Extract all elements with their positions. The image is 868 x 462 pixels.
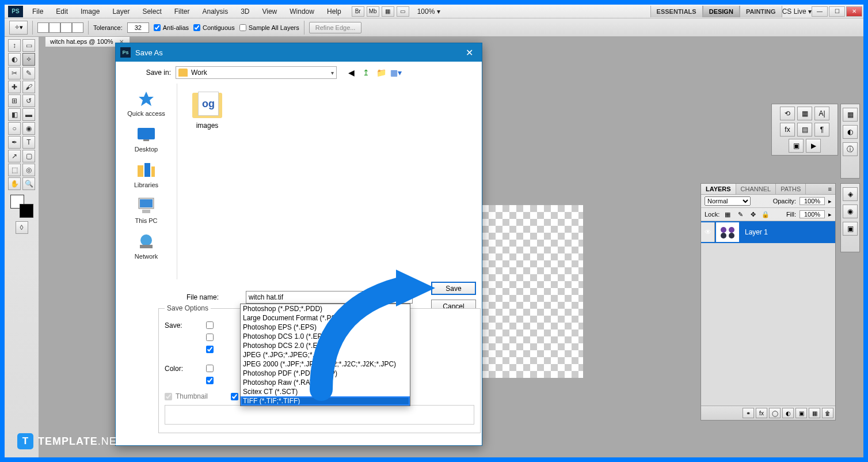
format-option[interactable]: JPEG 2000 (*.JPF;*.JPX;*.JP2;*.J2C;*.J2K… xyxy=(241,359,410,369)
delete-layer-icon[interactable]: 🗑 xyxy=(822,408,833,418)
magic-wand-tool[interactable]: ✧ xyxy=(22,53,35,66)
stamp-tool[interactable]: ⊞ xyxy=(8,94,21,107)
eraser-tool[interactable]: ◧ xyxy=(8,108,21,121)
path-tool[interactable]: ↗ xyxy=(8,150,21,162)
styles-panel-icon[interactable]: fx xyxy=(780,123,795,137)
selection-subtract[interactable] xyxy=(60,22,72,33)
3d-tool[interactable]: ⬚ xyxy=(8,164,21,176)
selection-new[interactable] xyxy=(37,22,49,33)
color-swatches[interactable] xyxy=(10,195,33,218)
workspace-essentials[interactable]: ESSENTIALS xyxy=(650,6,703,17)
panel-menu-icon[interactable]: ≡ xyxy=(825,184,835,194)
nav-newfolder-icon[interactable]: 📁 xyxy=(375,66,387,79)
eyedropper-tool[interactable]: ✎ xyxy=(22,67,35,79)
minimize-button[interactable]: — xyxy=(812,6,828,17)
menu-filter[interactable]: Filter xyxy=(169,5,196,18)
antialias-checkbox[interactable]: Anti-alias xyxy=(154,24,189,31)
lasso-tool[interactable]: ◐ xyxy=(8,53,21,66)
nav-back-icon[interactable]: ◀ xyxy=(345,66,357,79)
opacity-flyout-icon[interactable]: ▸ xyxy=(828,198,832,205)
visibility-icon[interactable]: 👁 xyxy=(701,222,715,242)
color-opt-check-2[interactable] xyxy=(206,377,214,384)
actions-panel-icon[interactable]: ▣ xyxy=(789,139,804,153)
blur-tool[interactable]: ○ xyxy=(8,122,21,135)
format-option-selected[interactable]: TIFF (*.TIF;*.TIFF) xyxy=(241,396,410,406)
lock-position-icon[interactable]: ✥ xyxy=(748,210,757,219)
thumbnail-checkbox[interactable]: Thumbnail xyxy=(165,392,208,400)
view-extras-button[interactable]: ▦ xyxy=(382,6,394,17)
selection-intersect[interactable] xyxy=(72,22,83,33)
place-thispc[interactable]: This PC xyxy=(135,196,157,224)
layer-mask-icon[interactable]: ◯ xyxy=(769,408,781,418)
type-tool[interactable]: T xyxy=(22,136,35,149)
format-option[interactable]: Photoshop EPS (*.EPS) xyxy=(241,323,410,332)
screen-mode-button[interactable]: ▭ xyxy=(397,6,409,17)
info-panel-icon[interactable]: ⓘ xyxy=(843,142,858,156)
format-option[interactable]: Photoshop PDF (*.PDF;*.PDP) xyxy=(241,369,410,378)
link-layers-icon[interactable]: ⚭ xyxy=(743,408,754,418)
place-network[interactable]: Network xyxy=(135,232,158,260)
new-layer-icon[interactable]: ▦ xyxy=(809,408,820,418)
save-opt-check-2[interactable] xyxy=(206,334,214,341)
folder-item[interactable]: og images xyxy=(183,89,231,130)
character-panel-icon[interactable]: A| xyxy=(814,107,829,120)
marquee-tool[interactable]: ▭ xyxy=(22,39,35,52)
save-opt-check-1[interactable] xyxy=(206,321,214,329)
minibridge-button[interactable]: Mb xyxy=(367,6,379,17)
swatches-panel-icon[interactable]: ▦ xyxy=(797,107,812,120)
shape-tool[interactable]: ▢ xyxy=(22,150,35,162)
tool-preset-picker[interactable]: ✧▾ xyxy=(9,21,28,35)
hand-tool[interactable]: ✋ xyxy=(8,177,21,190)
paths-collapse-icon[interactable]: ▣ xyxy=(843,222,858,236)
format-option[interactable]: Large Document Format (*.PSB) xyxy=(241,313,410,323)
maximize-button[interactable]: ☐ xyxy=(829,6,845,17)
contiguous-checkbox[interactable]: Contiguous xyxy=(193,24,235,31)
fill-flyout-icon[interactable]: ▸ xyxy=(828,211,832,218)
zoom-tool[interactable]: 🔍 xyxy=(22,177,35,190)
sample-all-checkbox[interactable]: Sample All Layers xyxy=(239,24,299,31)
save-button[interactable]: Save xyxy=(431,282,476,295)
adjustments-panel-icon[interactable]: ◐ xyxy=(843,125,858,139)
menu-help[interactable]: Help xyxy=(321,5,347,18)
menu-3d[interactable]: 3D xyxy=(235,5,255,18)
history-panel-icon[interactable]: ⟲ xyxy=(780,107,795,120)
dodge-tool[interactable]: ◉ xyxy=(22,122,35,135)
move-tool[interactable]: ↕ xyxy=(8,39,21,52)
tolerance-input[interactable] xyxy=(127,22,149,33)
layers-collapse-icon[interactable]: ◈ xyxy=(843,187,858,201)
menu-edit[interactable]: Edit xyxy=(50,5,74,18)
adjustment-layer-icon[interactable]: ◐ xyxy=(782,408,794,418)
format-option[interactable]: Photoshop (*.PSD;*.PDD) xyxy=(241,304,410,313)
nav-up-icon[interactable]: ↥ xyxy=(360,66,372,79)
color-panel-icon[interactable]: ▦ xyxy=(843,108,858,122)
place-desktop[interactable]: Desktop xyxy=(135,125,158,153)
paragraph-panel-icon[interactable]: ¶ xyxy=(814,123,829,137)
tab-layers[interactable]: LAYERS xyxy=(701,184,736,194)
layer-group-icon[interactable]: ▣ xyxy=(795,408,807,418)
savein-select[interactable]: Work ▾ xyxy=(176,66,337,79)
tab-paths[interactable]: PATHS xyxy=(776,184,806,194)
layer-name[interactable]: Layer 1 xyxy=(740,228,772,236)
quickmask-button[interactable]: ◊ xyxy=(16,221,28,234)
workspace-design[interactable]: DESIGN xyxy=(703,6,740,17)
brush-tool[interactable]: 🖌 xyxy=(22,81,35,93)
gradient-tool[interactable]: ▬ xyxy=(22,108,35,121)
fill-input[interactable] xyxy=(800,210,825,218)
nav-viewmenu-icon[interactable]: ▦▾ xyxy=(390,66,402,79)
selection-add[interactable] xyxy=(49,22,60,33)
tab-channels[interactable]: CHANNEL xyxy=(736,184,776,194)
opacity-input[interactable] xyxy=(800,197,825,205)
blend-mode-select[interactable]: Normal xyxy=(705,196,751,206)
filename-input[interactable] xyxy=(246,291,413,304)
bridge-button[interactable]: Br xyxy=(352,6,364,17)
layer-thumbnail[interactable] xyxy=(716,222,739,242)
menu-file[interactable]: File xyxy=(26,5,49,18)
background-color[interactable] xyxy=(20,204,33,218)
format-option[interactable]: JPEG (*.JPG;*.JPEG;*.JPE) xyxy=(241,350,410,359)
format-option[interactable]: Photoshop DCS 2.0 (*.EPS) xyxy=(241,341,410,350)
save-opt-check-3[interactable] xyxy=(206,346,214,353)
lock-all-icon[interactable]: 🔒 xyxy=(761,210,770,219)
healing-tool[interactable]: ✚ xyxy=(8,81,21,93)
cslive-button[interactable]: CS Live ▾ xyxy=(782,7,812,16)
lock-pixels-icon[interactable]: ✎ xyxy=(736,210,745,219)
